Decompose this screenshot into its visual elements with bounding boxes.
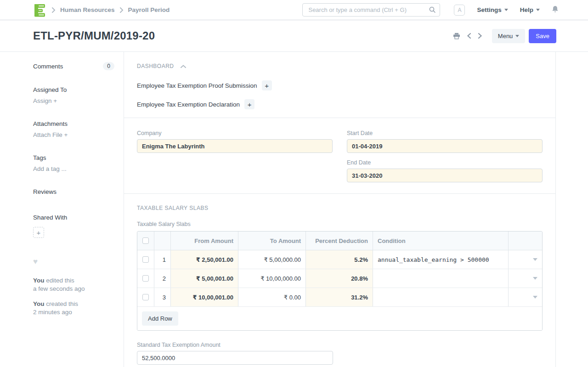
- end-date-input[interactable]: [347, 169, 543, 182]
- assign-button[interactable]: Assign +: [33, 97, 114, 104]
- col-header-actions: [508, 231, 542, 250]
- chevron-down-icon: [515, 35, 519, 37]
- assigned-to-heading: Assigned To: [33, 86, 114, 93]
- chevron-up-icon: [181, 65, 186, 68]
- row-expand-toggle[interactable]: [508, 269, 542, 288]
- navbar: Human Resources Payroll Period A Setting…: [0, 0, 588, 20]
- share-button[interactable]: +: [33, 227, 44, 238]
- breadcrumb-human-resources[interactable]: Human Resources: [60, 6, 115, 13]
- row-checkbox[interactable]: [142, 294, 149, 300]
- breadcrumb-chevron-icon: [119, 7, 124, 13]
- row-expand-toggle[interactable]: [508, 250, 542, 269]
- row-index: 2: [154, 269, 170, 288]
- next-document-icon[interactable]: [476, 31, 484, 40]
- dashboard-section-toggle[interactable]: DASHBOARD: [137, 63, 543, 69]
- std-exemption-field: Standard Tax Exemption Amount: [137, 342, 333, 365]
- activity-when: 2 minutes ago: [33, 309, 72, 316]
- company-input[interactable]: [137, 139, 333, 153]
- dashboard-link-row: Employee Tax Exemption Declaration +: [137, 99, 543, 109]
- attach-file-button[interactable]: Attach File +: [33, 131, 114, 138]
- menu-button[interactable]: Menu: [492, 29, 526, 43]
- page-head: ETL-PYR/MUM/2019-20 Menu Save: [0, 20, 588, 52]
- menu-button-label: Menu: [498, 33, 513, 40]
- end-date-field: End Date: [347, 159, 543, 182]
- activity-when: a few seconds ago: [33, 285, 85, 292]
- add-row-button[interactable]: Add Row: [142, 311, 178, 326]
- triangle-down-icon: [533, 258, 537, 261]
- row-index: 1: [154, 250, 170, 269]
- start-date-input[interactable]: [347, 139, 543, 153]
- save-button[interactable]: Save: [529, 29, 556, 43]
- global-search: [302, 3, 440, 17]
- shared-with-heading: Shared With: [33, 214, 114, 221]
- percent-deduction-cell[interactable]: 5.2%: [305, 250, 373, 269]
- company-field: Company: [137, 130, 333, 153]
- row-checkbox[interactable]: [142, 275, 149, 282]
- link-tax-exemption-declaration[interactable]: Employee Tax Exemption Declaration: [137, 101, 240, 108]
- tags-heading: Tags: [33, 154, 114, 161]
- std-exemption-input[interactable]: [137, 351, 333, 365]
- row-index-header: [154, 231, 170, 250]
- new-declaration-button[interactable]: +: [244, 99, 254, 109]
- from-amount-cell[interactable]: ₹ 2,50,001.00: [170, 250, 238, 269]
- activity-action: edited this: [45, 277, 74, 284]
- to-amount-cell[interactable]: ₹ 0.00: [238, 288, 305, 306]
- link-tax-exemption-proof-submission[interactable]: Employee Tax Exemption Proof Submission: [137, 82, 257, 89]
- app-logo-icon[interactable]: [33, 3, 47, 17]
- activity-who: You: [33, 300, 45, 307]
- new-proof-submission-button[interactable]: +: [262, 80, 272, 90]
- condition-cell[interactable]: annual_taxable_earning > 500000: [373, 250, 508, 269]
- prev-document-icon[interactable]: [465, 31, 473, 40]
- slabs-grid-footer: Add Row: [137, 307, 542, 330]
- page-title: ETL-PYR/MUM/2019-20: [33, 29, 155, 42]
- comments-link[interactable]: Comments: [33, 63, 63, 70]
- breadcrumb-chevron-icon: [51, 7, 56, 13]
- chevron-down-icon: [504, 9, 508, 11]
- start-date-field: Start Date: [347, 130, 543, 153]
- to-amount-cell[interactable]: ₹ 10,00,000.00: [238, 269, 305, 288]
- help-label: Help: [520, 6, 533, 13]
- triangle-down-icon: [533, 277, 537, 280]
- dashboard-link-row: Employee Tax Exemption Proof Submission …: [137, 80, 543, 90]
- percent-deduction-cell[interactable]: 31.2%: [305, 288, 373, 306]
- slab-row-3: 3 ₹ 10,00,001.00 ₹ 0.00 31.2%: [137, 288, 542, 307]
- slab-row-1: 1 ₹ 2,50,001.00 ₹ 5,00,000.00 5.2% annua…: [137, 250, 542, 269]
- select-all-checkbox[interactable]: [142, 237, 149, 244]
- condition-cell[interactable]: [373, 288, 508, 306]
- search-input[interactable]: [302, 3, 440, 17]
- add-tag-input[interactable]: Add a tag ...: [33, 165, 114, 172]
- form-sidebar: Comments 0 Assigned To Assign + Attachme…: [0, 52, 124, 367]
- breadcrumb-payroll-period[interactable]: Payroll Period: [128, 6, 170, 13]
- activity-who: You: [33, 277, 45, 284]
- from-amount-cell[interactable]: ₹ 10,00,001.00: [170, 288, 238, 306]
- std-exemption-section: Standard Tax Exemption Amount: [124, 331, 555, 367]
- avatar[interactable]: A: [454, 5, 465, 16]
- navbar-right: A Settings Help: [454, 5, 559, 16]
- reviews-heading: Reviews: [33, 188, 114, 195]
- attachments-heading: Attachments: [33, 120, 114, 127]
- dashboard-section: DASHBOARD Employee Tax Exemption Proof S…: [124, 52, 555, 118]
- like-heart-icon[interactable]: ♥: [33, 257, 114, 266]
- col-header-to-amount: To Amount: [238, 231, 305, 250]
- to-amount-cell[interactable]: ₹ 5,00,000.00: [238, 250, 305, 269]
- row-checkbox[interactable]: [142, 256, 149, 263]
- print-icon[interactable]: [452, 31, 462, 41]
- condition-cell[interactable]: [373, 269, 508, 288]
- settings-menu[interactable]: Settings: [477, 6, 508, 13]
- slabs-field-label: Taxable Salary Slabs: [137, 221, 543, 227]
- col-header-condition: Condition: [373, 231, 508, 250]
- activity-created: You created this 2 minutes ago: [33, 300, 114, 316]
- row-expand-toggle[interactable]: [508, 288, 542, 306]
- settings-label: Settings: [477, 6, 501, 13]
- comments-count-badge: 0: [103, 62, 114, 70]
- help-menu[interactable]: Help: [520, 6, 540, 13]
- col-header-percent-deduction: Percent Deduction: [305, 231, 373, 250]
- company-label: Company: [137, 130, 333, 136]
- percent-deduction-cell[interactable]: 20.8%: [305, 269, 373, 288]
- notifications-bell-icon[interactable]: [552, 6, 559, 15]
- slabs-section: TAXABLE SALARY SLABS Taxable Salary Slab…: [124, 194, 555, 331]
- content: Comments 0 Assigned To Assign + Attachme…: [0, 52, 588, 367]
- from-amount-cell[interactable]: ₹ 5,00,001.00: [170, 269, 238, 288]
- slabs-grid: From Amount To Amount Percent Deduction …: [137, 231, 543, 331]
- slabs-grid-header: From Amount To Amount Percent Deduction …: [137, 231, 542, 250]
